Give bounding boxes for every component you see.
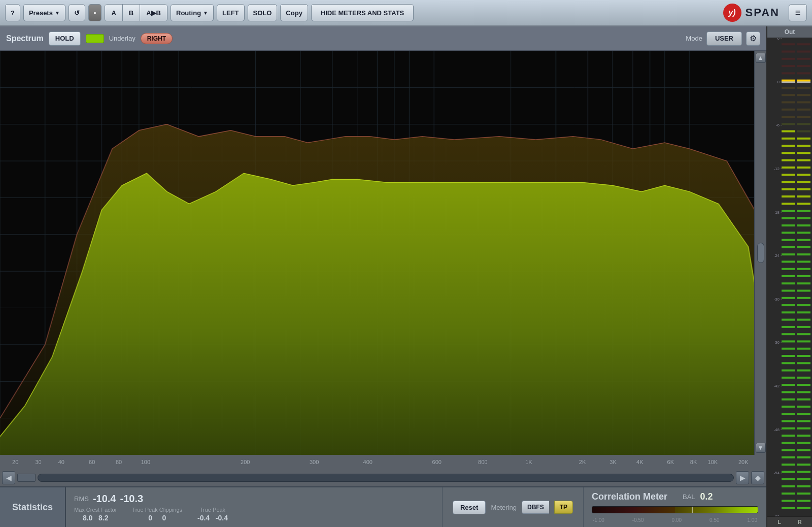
statistics-title: Statistics xyxy=(12,502,53,513)
spectrum-canvas: -18 -24 -30 -36 -42 -48 -54 -60 -66 -72 … xyxy=(0,51,766,455)
menu-button[interactable]: ≡ xyxy=(789,4,807,21)
rms-label: RMS xyxy=(74,495,89,503)
freq-80: 80 xyxy=(116,459,122,465)
help-button[interactable]: ? xyxy=(5,4,20,21)
spectrum-area: Spectrum HOLD Underlay RIGHT Mode USER ⚙… xyxy=(0,26,766,527)
statistics-content: RMS -10.4 -10.3 Max Crest Factor 8.0 8.2 xyxy=(66,487,442,527)
logo-area: y) SPAN xyxy=(723,4,780,22)
freq-20k: 20K xyxy=(738,459,749,465)
reset-button[interactable]: Reset xyxy=(453,501,486,514)
statistics-label-box: Statistics xyxy=(0,487,66,527)
statistics-row: Statistics RMS -10.4 -10.3 Max Crest Fac… xyxy=(0,486,766,527)
true-peak-clip-item: True Peak Clippings 0 0 xyxy=(132,507,182,522)
frequency-axis: 20 30 40 60 80 100 200 300 400 600 800 1… xyxy=(0,455,766,469)
corr-axis-0: 0.00 xyxy=(672,517,682,523)
freq-2k: 2K xyxy=(579,459,586,465)
chart-display: -18 -24 -30 -36 -42 -48 -54 -60 -66 -72 … xyxy=(0,51,766,455)
rms-row: RMS -10.4 -10.3 xyxy=(74,493,434,505)
chart-scroll-thumb[interactable] xyxy=(757,243,764,263)
ab-group: A B A▶B xyxy=(105,4,167,21)
spectrum-header: Spectrum HOLD Underlay RIGHT Mode USER ⚙ xyxy=(0,26,766,51)
correlation-header: Correlation Meter BAL 0.2 xyxy=(592,491,758,502)
right-button[interactable]: RIGHT xyxy=(141,33,173,44)
freq-600: 600 xyxy=(432,459,442,465)
true-peak-val: -0.4 -0.4 xyxy=(197,514,228,522)
correlation-axis: -1.00 -0.50 0.00 0.50 1.00 xyxy=(592,517,758,523)
freq-800: 800 xyxy=(478,459,487,465)
hold-button[interactable]: HOLD xyxy=(49,31,81,46)
freq-400: 400 xyxy=(363,459,373,465)
routing-button[interactable]: Routing ▼ xyxy=(171,4,214,21)
true-peak-item: True Peak -0.4 -0.4 xyxy=(197,507,228,522)
freq-4k: 4K xyxy=(636,459,643,465)
a-button[interactable]: A xyxy=(105,5,122,21)
bal-label: BAL xyxy=(683,493,695,501)
refresh-button[interactable]: ↺ xyxy=(69,4,85,21)
spectrum-canvas-element xyxy=(0,51,766,455)
logo-text: SPAN xyxy=(746,6,780,19)
scroll-diamond-button[interactable]: ◆ xyxy=(751,471,764,484)
vu-canvas xyxy=(767,38,812,516)
true-peak-label: True Peak xyxy=(200,507,225,513)
freq-10k: 10K xyxy=(708,459,718,465)
spectrum-title: Spectrum xyxy=(6,34,44,43)
freq-200: 200 xyxy=(241,459,250,465)
corr-axis-minus1: -1.00 xyxy=(593,517,604,523)
stats-center: Reset Metering DBFS TP xyxy=(442,487,584,527)
scroll-right-button[interactable]: ▶ xyxy=(736,471,749,484)
vu-meter-content xyxy=(767,38,812,516)
scroll-row: ◀ ▶ ◆ xyxy=(0,469,766,486)
mode-label: Mode xyxy=(686,35,702,42)
tp-button[interactable]: TP xyxy=(554,501,573,514)
vu-meter-title: Out xyxy=(767,26,812,38)
gray-button[interactable]: ▪ xyxy=(88,4,102,21)
freq-20: 20 xyxy=(12,459,18,465)
rms-right-value: -10.3 xyxy=(120,493,143,505)
scroll-left-button[interactable]: ◀ xyxy=(2,471,15,484)
chart-scroll-up[interactable]: ▲ xyxy=(756,53,766,63)
bal-value: 0.2 xyxy=(700,491,713,502)
corr-axis-minus05: -0.50 xyxy=(632,517,644,523)
toolbar: ? Presets ▼ ↺ ▪ A B A▶B Routing ▼ LEFT S… xyxy=(0,0,812,26)
metering-label: Metering xyxy=(491,504,517,511)
b-button[interactable]: B xyxy=(123,5,140,21)
freq-40: 40 xyxy=(58,459,64,465)
max-crest-label: Max Crest Factor xyxy=(74,507,117,513)
logo-icon: y) xyxy=(723,4,741,22)
user-mode-button[interactable]: USER xyxy=(706,31,742,46)
correlation-title: Correlation Meter xyxy=(592,491,667,502)
solo-button[interactable]: SOLO xyxy=(248,4,278,21)
hide-meters-button[interactable]: HIDE METERS AND STATS xyxy=(311,4,414,21)
chart-scroll-down[interactable]: ▼ xyxy=(756,443,766,453)
scroll-thumb[interactable] xyxy=(17,474,36,482)
presets-button[interactable]: Presets ▼ xyxy=(23,4,65,21)
gear-button[interactable]: ⚙ xyxy=(746,31,760,46)
freq-30: 30 xyxy=(35,459,41,465)
freq-6k: 6K xyxy=(667,459,674,465)
freq-60: 60 xyxy=(89,459,95,465)
ab-button[interactable]: A▶B xyxy=(140,5,167,21)
dbfs-button[interactable]: DBFS xyxy=(522,501,549,514)
rms-left-value: -10.4 xyxy=(93,493,116,505)
main-content: Spectrum HOLD Underlay RIGHT Mode USER ⚙… xyxy=(0,26,812,527)
correlation-section: Correlation Meter BAL 0.2 xyxy=(584,487,766,527)
freq-300: 300 xyxy=(310,459,319,465)
freq-1k: 1K xyxy=(525,459,532,465)
green-indicator xyxy=(86,34,104,43)
max-crest-item: Max Crest Factor 8.0 8.2 xyxy=(74,507,117,522)
left-button[interactable]: LEFT xyxy=(217,4,245,21)
vu-meter: Out L R xyxy=(766,26,812,527)
mode-section: Mode USER ⚙ xyxy=(686,31,760,46)
scroll-track[interactable] xyxy=(38,474,734,482)
freq-8k: 8K xyxy=(690,459,697,465)
vu-r-label: R xyxy=(798,519,802,525)
true-peak-clip-label: True Peak Clippings xyxy=(132,507,182,513)
true-peak-clip-val: 0 0 xyxy=(148,514,166,522)
correlation-bar xyxy=(592,506,758,513)
freq-3k: 3K xyxy=(610,459,616,465)
freq-100: 100 xyxy=(141,459,150,465)
corr-axis-05: 0.50 xyxy=(709,517,719,523)
stats-subrow: Max Crest Factor 8.0 8.2 True Peak Clipp… xyxy=(74,507,434,522)
underlay-label: Underlay xyxy=(109,35,136,42)
copy-button[interactable]: Copy xyxy=(280,4,308,21)
